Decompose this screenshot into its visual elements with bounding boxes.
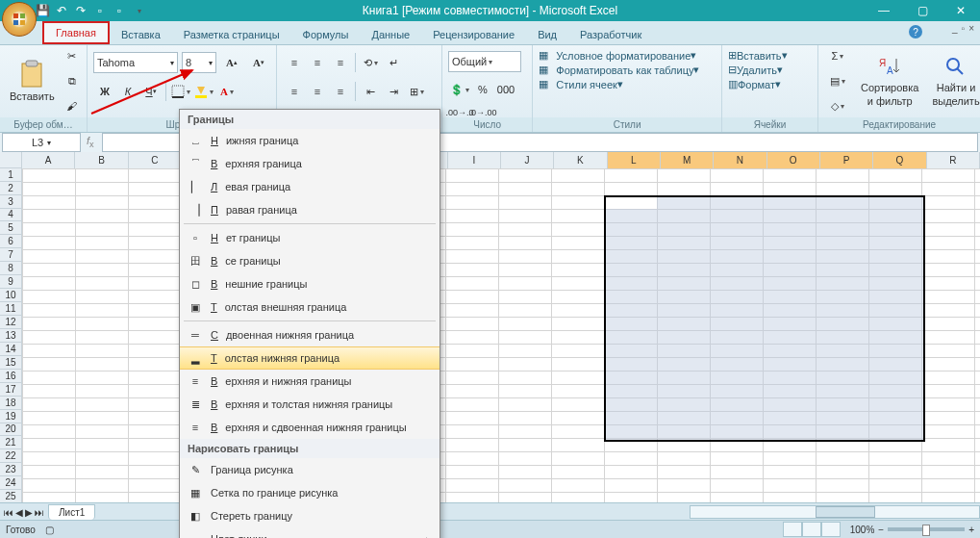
shrink-font-icon[interactable]: A▾	[247, 51, 270, 74]
row-header[interactable]: 15	[0, 356, 21, 370]
align-middle-icon[interactable]: ≡	[306, 51, 329, 74]
mdi-close[interactable]: ×	[968, 23, 974, 34]
find-select-button[interactable]: Найти ивыделить	[928, 53, 980, 109]
sort-filter-button[interactable]: ЯА Сортировкаи фильтр	[857, 53, 922, 109]
sheet-nav-prev[interactable]: ◀	[15, 507, 23, 518]
indent-dec-icon[interactable]: ⇤	[359, 80, 382, 103]
qat-icon[interactable]: ▫	[92, 3, 108, 18]
sheet-nav-next[interactable]: ▶	[25, 507, 33, 518]
italic-button[interactable]: К	[116, 80, 139, 103]
row-header[interactable]: 9	[0, 275, 21, 289]
border-menu-item[interactable]: ▏Левая граница	[180, 175, 440, 198]
row-header[interactable]: 22	[0, 449, 21, 463]
sheet-nav-last[interactable]: ⏭	[35, 507, 44, 518]
row-header[interactable]: 18	[0, 397, 21, 410]
border-menu-item[interactable]: ◻Внешние границы	[180, 272, 440, 295]
qat-icon[interactable]: ▫	[112, 3, 127, 18]
zoom-level[interactable]: 100%	[850, 525, 875, 535]
row-header[interactable]: 6	[0, 235, 21, 248]
tab-view[interactable]: Вид	[526, 25, 568, 44]
borders-button[interactable]	[169, 80, 192, 103]
underline-button[interactable]: Ч▾	[139, 80, 163, 103]
fill-icon[interactable]: ▤	[826, 69, 849, 92]
row-header[interactable]: 17	[0, 383, 21, 397]
col-header[interactable]: R	[927, 152, 980, 168]
tab-review[interactable]: Рецензирование	[421, 25, 526, 44]
font-size-combo[interactable]: 8▾	[182, 52, 216, 73]
tab-pagelayout[interactable]: Разметка страницы	[172, 25, 291, 44]
row-header[interactable]: 21	[0, 436, 21, 449]
save-icon[interactable]: 💾	[35, 3, 50, 18]
row-header[interactable]: 19	[0, 410, 21, 423]
tab-developer[interactable]: Разработчик	[568, 25, 653, 44]
col-header[interactable]: Q	[873, 152, 926, 168]
row-header[interactable]: 1	[0, 168, 21, 182]
row-header[interactable]: 5	[0, 221, 21, 235]
macro-rec-icon[interactable]: ▢	[45, 525, 54, 535]
row-header[interactable]: 13	[0, 329, 21, 343]
row-header[interactable]: 2	[0, 182, 21, 195]
view-pagelayout-icon[interactable]	[802, 522, 821, 537]
column-headers[interactable]: ABCDEFGHIJKLMNOPQR	[22, 152, 980, 169]
fx-icon[interactable]: fx	[87, 135, 94, 149]
autosum-icon[interactable]: Σ	[826, 44, 849, 67]
h-scrollbar[interactable]	[690, 505, 980, 519]
border-menu-item[interactable]: ▕Правая граница	[180, 198, 440, 221]
bold-button[interactable]: Ж	[93, 80, 116, 103]
border-menu-item[interactable]: 田Все границы	[180, 249, 440, 272]
row-header[interactable]: 8	[0, 262, 21, 275]
qat-more-icon[interactable]	[131, 3, 146, 18]
delete-cells-button[interactable]: ⊟ Удалить ▾	[728, 64, 812, 76]
percent-icon[interactable]: %	[471, 78, 494, 101]
tab-home[interactable]: Главная	[42, 21, 110, 44]
redo-icon[interactable]: ↷	[73, 3, 88, 18]
comma-icon[interactable]: 000	[494, 78, 517, 101]
format-cells-button[interactable]: ▥ Формат ▾	[728, 78, 812, 90]
border-menu-item[interactable]: ≡Верхняя и нижняя границы	[180, 370, 440, 393]
row-header[interactable]: 20	[0, 423, 21, 437]
align-center-icon[interactable]: ≡	[306, 80, 329, 103]
border-menu-item[interactable]: ≡Верхняя и сдвоенная нижняя границы	[180, 416, 440, 439]
col-header[interactable]: J	[501, 152, 554, 168]
draw-border-item[interactable]: ▬Цвет линии ▸	[180, 527, 440, 538]
fill-color-button[interactable]	[192, 80, 215, 103]
mdi-restore[interactable]: ▫	[962, 23, 966, 34]
clear-icon[interactable]: ◇	[826, 94, 849, 117]
tab-insert[interactable]: Вставка	[110, 25, 172, 44]
zoom-in-button[interactable]: +	[968, 525, 974, 535]
col-header[interactable]: P	[820, 152, 873, 168]
help-icon[interactable]: ?	[909, 25, 922, 38]
maximize-button[interactable]: ▢	[903, 0, 942, 21]
col-header[interactable]: I	[448, 152, 501, 168]
worksheet[interactable]: 1234567891011121314151617181920212223242…	[0, 152, 980, 503]
col-header[interactable]: L	[608, 152, 661, 168]
row-header[interactable]: 4	[0, 209, 21, 222]
grow-font-icon[interactable]: A▴	[220, 51, 243, 74]
cond-format-button[interactable]: ▦Условное форматирование ▾	[539, 49, 716, 62]
zoom-slider[interactable]	[888, 527, 965, 531]
minimize-button[interactable]: —	[865, 0, 903, 21]
tab-data[interactable]: Данные	[360, 25, 421, 44]
border-menu-item[interactable]: ▫Нет границы	[180, 226, 440, 249]
insert-cells-button[interactable]: ⊞ Вставить ▾	[728, 49, 812, 62]
col-header[interactable]: N	[714, 152, 766, 168]
orientation-icon[interactable]: ⟲	[359, 51, 382, 74]
col-header[interactable]: K	[554, 152, 607, 168]
format-table-button[interactable]: ▦Форматировать как таблицу ▾	[539, 64, 716, 76]
copy-icon[interactable]: ⧉	[61, 69, 84, 92]
border-menu-item[interactable]: ⎴Верхняя граница	[180, 152, 440, 175]
format-painter-icon[interactable]: 🖌	[61, 94, 84, 117]
mdi-min[interactable]: _	[952, 23, 958, 34]
wrap-text-icon[interactable]: ↵	[382, 51, 405, 74]
align-left-icon[interactable]: ≡	[283, 80, 306, 103]
zoom-out-button[interactable]: −	[878, 525, 884, 535]
draw-border-item[interactable]: ◧Стереть границу	[180, 504, 440, 527]
row-header[interactable]: 7	[0, 248, 21, 262]
view-pagebreak-icon[interactable]	[821, 522, 841, 537]
col-header[interactable]: C	[129, 152, 182, 168]
row-header[interactable]: 14	[0, 343, 21, 356]
name-box[interactable]: L3▾	[2, 133, 81, 152]
align-right-icon[interactable]: ≡	[329, 80, 352, 103]
border-menu-item[interactable]: ═Сдвоенная нижняя граница	[180, 323, 440, 346]
row-header[interactable]: 12	[0, 316, 21, 329]
